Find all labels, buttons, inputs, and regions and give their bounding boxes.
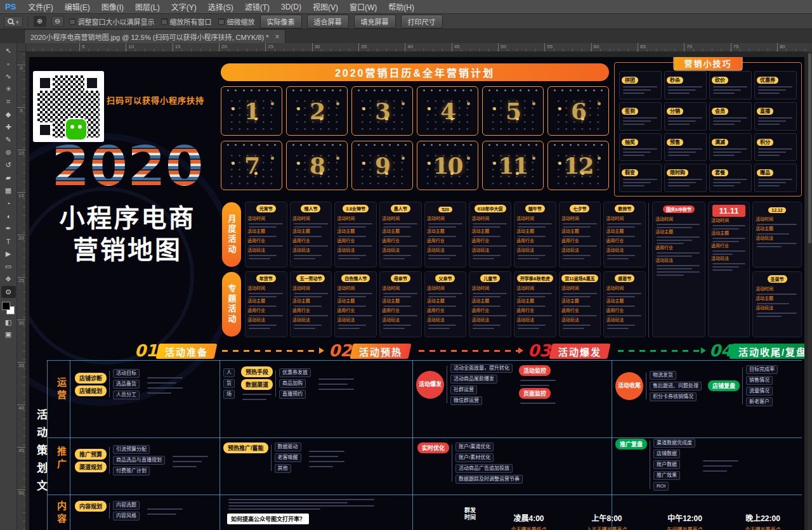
zoom-option-checkbox[interactable]: 调整窗口大小以满屏显示 xyxy=(69,16,155,27)
separator xyxy=(28,16,29,27)
healing-brush-tool[interactable]: ✚ xyxy=(1,121,16,133)
activity-name: 3.8女神节 xyxy=(343,205,369,212)
menu-item[interactable]: 图层(L) xyxy=(129,0,166,13)
activity-name: 五一劳动节 xyxy=(296,275,325,282)
phase-3-number: 03 xyxy=(528,341,551,360)
special-cards-row: 年货节 活动时间 活动主题 适用行业 活动玩法 五一劳动节 活动时间 活动主题 … xyxy=(245,271,646,337)
calendar-month-card: 12 xyxy=(547,141,609,190)
zoom-buttons-group: 实际像素适合屏幕填充屏幕打印尺寸 xyxy=(260,15,443,29)
activity-card: 母亲节 活动时间 活动主题 适用行业 活动玩法 xyxy=(379,271,422,337)
document-tab-bar: 2020小程序电商营销地图.jpg @ 12.5% (扫码可以获得小程序扶持, … xyxy=(0,29,812,43)
menu-item[interactable]: 视图(V) xyxy=(307,0,344,13)
menu-bar: PS 文件(F)编辑(E)图像(I)图层(L)文字(Y)选择(S)滤镜(T)3D… xyxy=(0,0,812,14)
menu-item[interactable]: 滤镜(T) xyxy=(239,0,275,13)
clone-stamp-tool[interactable]: ⊚ xyxy=(1,146,16,158)
zoom-in-button[interactable] xyxy=(34,16,46,27)
scrollbar-thumb[interactable] xyxy=(808,53,811,243)
move-tool[interactable]: ↖ xyxy=(1,45,16,57)
gradient-tool[interactable]: ▦ xyxy=(1,184,16,197)
month-number: 12 xyxy=(548,141,608,190)
pen-tool[interactable]: ✒ xyxy=(1,223,16,235)
tip-name: 限时购 xyxy=(667,169,688,176)
tip-card: 裂变 xyxy=(619,164,662,192)
menu-item[interactable]: 文字(Y) xyxy=(166,0,202,13)
close-tab-icon[interactable]: × xyxy=(275,32,279,41)
document-tab[interactable]: 2020小程序电商营销地图.jpg @ 12.5% (扫码可以获得小程序扶持, … xyxy=(24,29,285,43)
tip-card: 预售 xyxy=(664,133,707,162)
content-copy-block: 如何提高公众号图文打开率？ xyxy=(227,497,386,524)
tip-card: 限时购 xyxy=(664,164,707,192)
screen-mode-button[interactable]: ▣ xyxy=(1,328,16,340)
tip-name: 拼团 xyxy=(622,77,638,84)
menu-item[interactable]: 3D(D) xyxy=(275,0,307,13)
photoshop-logo: PS xyxy=(0,2,22,11)
month-number: 2 xyxy=(287,87,347,135)
crop-tool[interactable]: ⌗ xyxy=(1,96,16,108)
blur-tool[interactable]: ◔ xyxy=(1,197,16,209)
calendar-month-card: 11 xyxy=(482,141,544,190)
ruler-corner xyxy=(17,43,26,52)
phase-connector xyxy=(222,350,322,352)
vertical-scrollbar[interactable] xyxy=(807,52,812,530)
phase-4-number: 04 xyxy=(709,341,732,360)
dropdown-caret-icon xyxy=(16,18,19,25)
path-selection-tool[interactable]: ▶ xyxy=(1,248,16,260)
menu-item[interactable]: 帮助(H) xyxy=(383,0,420,13)
month-number: 7 xyxy=(221,141,282,190)
tips-panel-title: 营销小技巧 xyxy=(673,57,742,71)
row-label-promotion: 推广 xyxy=(55,446,68,472)
menu-item[interactable]: 图像(I) xyxy=(96,0,129,13)
activity-card: 父亲节 活动时间 活动主题 适用行业 活动玩法 xyxy=(424,271,467,337)
tip-card: 会员 xyxy=(709,102,752,131)
poster-title-line2: 营销地图 xyxy=(41,229,214,266)
marketing-map-image[interactable]: 扫码可以获得小程序扶持 2020 小程序电商 营销地图 2020营销日历&全年营… xyxy=(29,57,804,530)
type-tool[interactable]: T xyxy=(1,235,16,247)
zoom-option-checkbox[interactable]: 细微缩放 xyxy=(218,16,255,27)
rectangle-tool[interactable]: ▭ xyxy=(1,261,16,273)
zoom-action-button[interactable]: 适合屏幕 xyxy=(307,15,349,29)
tip-name: 积分 xyxy=(757,139,773,146)
hand-tool[interactable]: ❖ xyxy=(1,273,16,285)
phase-4-badge: 活动收尾/复盘 xyxy=(729,344,804,359)
zoom-tool-preset[interactable] xyxy=(4,16,23,27)
zoom-action-button[interactable]: 打印尺寸 xyxy=(401,15,443,29)
tip-name: 优惠券 xyxy=(757,77,778,84)
menu-item[interactable]: 窗口(W) xyxy=(344,0,383,13)
activity-card: 开学季&秋老虎 活动时间 活动主题 适用行业 活动玩法 xyxy=(514,271,556,337)
slot-note: 午间曝光最高点 xyxy=(646,526,724,530)
zoom-tool[interactable]: ⊙ xyxy=(1,286,16,298)
marquee-tool[interactable]: ▫ xyxy=(1,58,16,70)
menu-item[interactable]: 选择(S) xyxy=(202,0,239,13)
tip-name: 直播 xyxy=(757,108,773,115)
canvas-area[interactable]: 扫码可以获得小程序扶持 2020 小程序电商 营销地图 2020营销日历&全年营… xyxy=(26,52,807,530)
history-brush-tool[interactable]: ↺ xyxy=(1,159,16,171)
color-swatches[interactable] xyxy=(2,302,15,314)
lasso-tool[interactable]: ∿ xyxy=(1,70,16,82)
calendar-month-card: 1 xyxy=(221,86,282,136)
activity-card: 教师节 活动时间 活动主题 适用行业 活动玩法 xyxy=(603,202,646,268)
quick-mask-button[interactable]: ◧ xyxy=(1,316,16,328)
eyedropper-tool[interactable]: ◆ xyxy=(1,108,16,120)
promo-review-mindmap: 推广复盘 渠道数据完成度店铺数据账户数据推广效果ROI xyxy=(615,439,740,491)
activity-name: 感恩节 xyxy=(615,275,634,282)
foreground-color-swatch[interactable] xyxy=(2,302,10,310)
activity-name: 618年中大促 xyxy=(475,205,506,212)
zoom-action-button[interactable]: 填充屏幕 xyxy=(354,15,396,29)
double11-card: 11.11 活动时间 活动主题 适用行业 活动玩法 xyxy=(708,202,750,337)
activity-name: 双11返场&黑五 xyxy=(561,275,598,282)
menu-item[interactable]: 文件(F) xyxy=(22,0,58,13)
brush-tool[interactable]: ✎ xyxy=(1,134,16,146)
zoom-out-button[interactable] xyxy=(51,16,64,27)
slot-time: 上午8:00 xyxy=(568,512,646,523)
menu-item[interactable]: 编辑(E) xyxy=(59,0,96,13)
month-number: 10 xyxy=(417,141,478,190)
grid-line xyxy=(70,360,70,530)
tool-options-bar: 调整窗口大小以满屏显示缩放所有窗口细微缩放 实际像素适合屏幕填充屏幕打印尺寸 xyxy=(0,14,812,29)
zoom-action-button[interactable]: 实际像素 xyxy=(260,15,302,29)
dodge-tool[interactable]: ◖ xyxy=(1,210,16,222)
zoom-option-checkbox[interactable]: 缩放所有窗口 xyxy=(161,16,212,27)
tip-card: 拼团 xyxy=(619,71,662,100)
eraser-tool[interactable]: ▰ xyxy=(1,172,16,184)
tip-card: 签到 xyxy=(619,102,662,131)
magic-wand-tool[interactable]: ✳ xyxy=(1,83,16,95)
